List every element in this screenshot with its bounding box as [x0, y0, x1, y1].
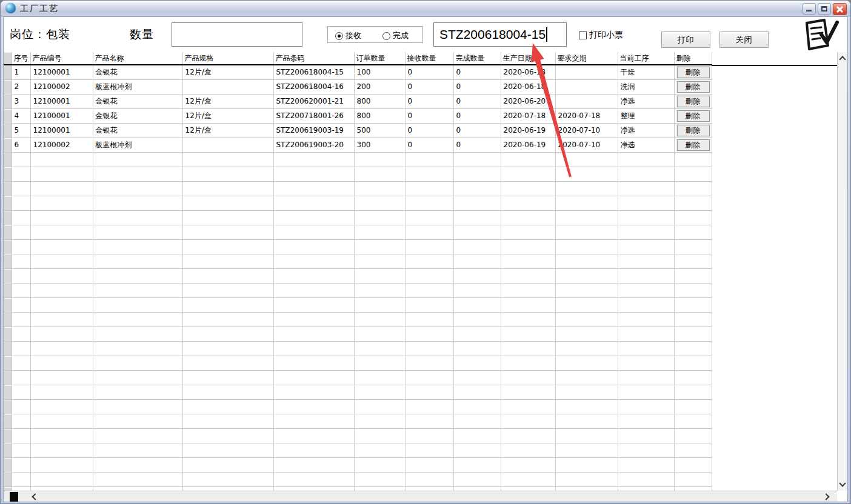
col-product-barcode: 产品条码 — [273, 52, 354, 65]
cell-received: 0 — [405, 94, 453, 108]
table-row[interactable]: 4 12100001 金银花 12片/盒 STZ200718001-26 800… — [4, 108, 712, 123]
cell-code: 12100001 — [30, 94, 93, 108]
toolbar: 岗位：包装 数量 接收 完成 STZ200618004-15 打印小票 — [4, 17, 847, 52]
close-button[interactable] — [833, 3, 847, 15]
cell-received: 0 — [405, 138, 453, 152]
col-order-qty: 订单数量 — [354, 52, 405, 65]
empty-table-row — [4, 428, 712, 443]
orders-table: 序号 产品编号 产品名称 产品规格 产品条码 订单数量 接收数量 完成数量 生产… — [4, 52, 712, 491]
scroll-up-icon[interactable] — [839, 56, 846, 62]
cell-completed: 0 — [453, 123, 501, 138]
empty-table-row — [4, 167, 712, 181]
cell-order: 800 — [354, 108, 405, 123]
row-selector[interactable] — [4, 65, 12, 79]
empty-table-row — [4, 152, 712, 167]
row-selector[interactable] — [4, 123, 12, 138]
cell-code: 12100001 — [30, 123, 93, 138]
quantity-label: 数量 — [130, 27, 154, 42]
radio-complete[interactable]: 完成 — [382, 30, 409, 41]
delete-button[interactable]: 删除 — [677, 125, 710, 136]
cell-received: 0 — [405, 79, 453, 94]
cell-spec: 12片/盒 — [182, 108, 273, 123]
row-selector[interactable] — [4, 94, 12, 108]
cell-name: 金银花 — [93, 108, 182, 123]
horizontal-scroll-thumb[interactable] — [10, 492, 18, 502]
vertical-scrollbar[interactable] — [837, 52, 847, 491]
col-delete: 删除 — [674, 52, 712, 65]
cell-process: 净选 — [618, 94, 674, 108]
cell-process: 干燥 — [618, 65, 674, 79]
delete-button[interactable]: 删除 — [677, 110, 710, 122]
window-title: 工厂工艺 — [20, 4, 59, 15]
cell-spec — [182, 138, 273, 152]
barcode-input[interactable]: STZ200618004-15 — [433, 22, 567, 47]
table-row[interactable]: 6 12100002 板蓝根冲剂 STZ200619003-20 300 0 0… — [4, 138, 712, 152]
cell-barcode: STZ200618004-16 — [273, 79, 354, 94]
cell-code: 12100001 — [30, 65, 93, 79]
cell-order: 100 — [354, 65, 405, 79]
delete-button[interactable]: 删除 — [677, 81, 710, 93]
cell-spec: 12片/盒 — [182, 65, 273, 79]
delete-button[interactable]: 删除 — [677, 96, 710, 107]
empty-table-row — [4, 341, 712, 356]
selector-header — [4, 52, 12, 65]
cell-due_date: 2020-07-10 — [555, 138, 618, 152]
cell-barcode: STZ200718001-26 — [273, 108, 354, 123]
document-check-icon — [801, 19, 840, 52]
empty-table-row — [4, 356, 712, 370]
cell-received: 0 — [405, 65, 453, 79]
empty-table-row — [4, 210, 712, 225]
col-current-process: 当前工序 — [618, 52, 674, 65]
radio-complete-icon — [382, 32, 390, 40]
minimize-button[interactable] — [803, 3, 816, 15]
cell-code: 12100002 — [30, 138, 93, 152]
maximize-icon — [821, 6, 827, 12]
horizontal-scrollbar[interactable] — [4, 491, 837, 502]
table-body: 1 12100001 金银花 12片/盒 STZ200618004-15 100… — [4, 65, 712, 491]
cell-no: 6 — [12, 138, 30, 152]
radio-receive[interactable]: 接收 — [335, 30, 361, 41]
table-row[interactable]: 1 12100001 金银花 12片/盒 STZ200618004-15 100… — [4, 65, 712, 79]
cell-no: 5 — [12, 123, 30, 138]
app-window: 工厂工艺 岗位：包装 数量 接收 完成 — [0, 0, 851, 504]
maximize-button[interactable] — [818, 3, 831, 15]
empty-table-row — [4, 196, 712, 210]
quantity-input[interactable] — [172, 22, 302, 47]
delete-button[interactable]: 删除 — [677, 67, 710, 78]
delete-button[interactable]: 删除 — [677, 139, 710, 151]
table-row[interactable]: 5 12100001 金银花 12片/盒 STZ200619003-19 500… — [4, 123, 712, 138]
cell-prod_date: 2020-06-19 — [501, 123, 555, 138]
table-row[interactable]: 3 12100001 金银花 12片/盒 STZ200620001-21 800… — [4, 94, 712, 108]
cell-spec: 12片/盒 — [182, 94, 273, 108]
empty-table-row — [4, 283, 712, 297]
cell-completed: 0 — [453, 79, 501, 94]
scroll-left-icon[interactable] — [32, 493, 38, 500]
empty-table-row — [4, 327, 712, 341]
empty-table-row — [4, 443, 712, 457]
empty-table-row — [4, 385, 712, 399]
row-selector[interactable] — [4, 79, 12, 94]
cell-process: 洗润 — [618, 79, 674, 94]
cell-due_date: 2020-07-10 — [555, 123, 618, 138]
scroll-down-icon[interactable] — [839, 480, 846, 486]
cell-process: 净选 — [618, 123, 674, 138]
cell-due_date — [555, 94, 618, 108]
cell-due_date — [555, 65, 618, 79]
cell-no: 3 — [12, 94, 30, 108]
close-window-button[interactable]: 关闭 — [719, 31, 769, 48]
col-product-spec: 产品规格 — [182, 52, 273, 65]
empty-table-row — [4, 414, 712, 428]
row-selector[interactable] — [4, 108, 12, 123]
scroll-right-icon[interactable] — [823, 493, 829, 500]
table-row[interactable]: 2 12100002 板蓝根冲剂 STZ200618004-16 200 0 0… — [4, 79, 712, 94]
row-selector[interactable] — [4, 138, 12, 152]
cell-completed: 0 — [453, 138, 501, 152]
cell-completed: 0 — [453, 65, 501, 79]
cell-spec — [182, 79, 273, 94]
empty-table-row — [4, 181, 712, 196]
titlebar: 工厂工艺 — [1, 1, 850, 16]
print-button[interactable]: 打印 — [661, 31, 710, 48]
print-ticket-checkbox[interactable]: 打印小票 — [579, 30, 623, 41]
col-product-name: 产品名称 — [93, 52, 182, 65]
empty-table-row — [4, 486, 712, 491]
